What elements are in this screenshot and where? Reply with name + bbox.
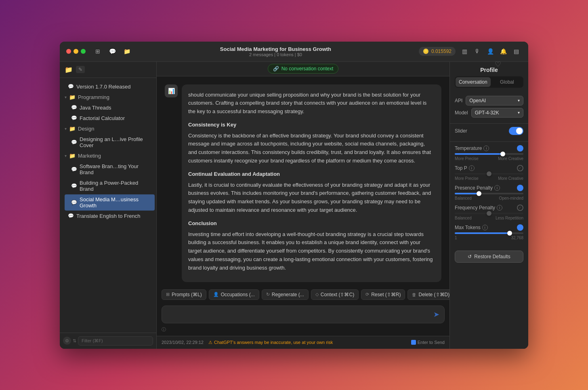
sidebar-item-factorial[interactable]: 💬 Factorial Calculator [65, 113, 155, 123]
context-button[interactable]: ◇ Context (⇧⌘C) [311, 289, 359, 300]
tab-conversation[interactable]: Conversation [456, 77, 491, 87]
layout-icon[interactable]: ▤ [510, 46, 522, 57]
presence-penalty-info-icon[interactable]: i [494, 185, 500, 191]
sidebar: 📁 ✎ 💬 Version 1.7.0 Released ▾ 📁 Program… [60, 62, 157, 349]
sort-icon[interactable]: ⇅ [73, 338, 76, 344]
input-meta: ⓘ [157, 325, 449, 336]
sidebar-section-marketing[interactable]: ▾ 📁 Marketing [61, 151, 155, 161]
top-p-info-icon[interactable]: i [469, 165, 475, 171]
top-p-thumb[interactable] [487, 171, 491, 176]
settings-icon[interactable]: ⚙ [63, 337, 71, 345]
maximize-button[interactable] [81, 49, 86, 54]
chat-bubble-icon: 💬 [68, 84, 74, 89]
frequency-thumb[interactable] [487, 211, 491, 216]
bell-icon[interactable]: 🔔 [498, 46, 509, 57]
profile-panel: Profile Conversation Global API OpenAI ▾… [449, 62, 528, 349]
chat-social-icon: 💬 [71, 200, 77, 205]
titlebar: ⊞ 💬 📁 Social Media Marketing for Busines… [60, 42, 528, 62]
occupations-icon: 👤 [213, 292, 219, 297]
max-tokens-active-indicator [517, 224, 523, 231]
tab-global[interactable]: Global [491, 77, 523, 87]
temperature-track[interactable] [455, 153, 523, 155]
max-tokens-text: Max Tokens [455, 225, 481, 230]
sidebar-item-profile-cover[interactable]: 💬 Designing an L…ive Profile Cover [65, 134, 155, 150]
chat-icon[interactable]: 💬 [107, 46, 118, 57]
folder-icon[interactable]: 📁 [121, 46, 132, 57]
sidebar-edit-icon[interactable]: ✎ [76, 66, 85, 73]
chat-messages: 📊 should communicate your unique selling… [157, 76, 449, 287]
temperature-thumb[interactable] [500, 152, 505, 156]
info-icon: ⓘ [162, 327, 166, 333]
api-dropdown[interactable]: OpenAI ▾ [466, 96, 523, 105]
sidebar-item-version[interactable]: 💬 Version 1.7.0 Released [61, 82, 155, 92]
restore-defaults-button[interactable]: ↺ Restore Defaults [455, 251, 523, 263]
max-tokens-slider-row: Max Tokens i 1 32,768 [455, 224, 523, 240]
heading-3: Conclusion [188, 219, 435, 228]
slider-toggle[interactable] [509, 127, 523, 135]
chat-header: 🔗 No conversation context ♡ [157, 62, 449, 76]
marketing-label: Marketing [78, 153, 101, 159]
close-button[interactable] [66, 49, 71, 54]
sliders-section: Temperature i More Precise More Creative [450, 141, 528, 247]
folder-design-icon: 📁 [69, 126, 76, 132]
warning-label: ChatGPT's answers may be inaccurate, use… [214, 340, 333, 345]
sidebar-item-social-media[interactable]: 💬 Social Media M…usiness Growth [65, 194, 155, 211]
occupations-button[interactable]: 👤 Occupations (... [209, 289, 259, 300]
frequency-track[interactable] [455, 213, 523, 214]
paragraph-3: Investing time and effort into developin… [188, 230, 435, 272]
model-dropdown[interactable]: GPT-4-32K ▾ [471, 108, 523, 118]
presence-fill [455, 193, 479, 194]
sidebar-item-java-threads[interactable]: 💬 Java Threads [65, 103, 155, 113]
sidebar-item-translate[interactable]: 💬 Translate English to French [61, 211, 155, 221]
api-value: OpenAI [469, 98, 486, 103]
sidebar-top: 📁 ✎ [60, 62, 156, 78]
no-context-label: No conversation context [281, 66, 334, 72]
max-tokens-info-icon[interactable]: i [482, 225, 488, 230]
toolbar-row: ⊞ Prompts (⌘L) 👤 Occupations (... ↻ Rege… [157, 287, 449, 302]
model-value: GPT-4-32K [475, 110, 499, 116]
sidebar-section-design[interactable]: ▾ 📁 Design [61, 124, 155, 134]
sidebar-toggle-icon[interactable]: ⊞ [92, 46, 103, 57]
regenerate-button[interactable]: ↻ Regenerate (... [262, 289, 309, 300]
presence-thumb[interactable] [477, 191, 481, 196]
sidebar-section-programming[interactable]: ▾ 📁 Programming [61, 92, 155, 102]
enter-send-label: Enter to Send [418, 340, 445, 345]
version-label: Version 1.7.0 Released [76, 84, 130, 90]
frequency-penalty-label-row: Frequency Penalty i ✓ [455, 204, 523, 211]
send-button[interactable]: ➤ [433, 310, 439, 319]
user-icon[interactable]: 👤 [485, 46, 496, 57]
cost-value: 0.015592 [431, 48, 452, 54]
reset-button[interactable]: ⟳ Reset (⇧⌘R) [361, 289, 405, 300]
temperature-info-icon[interactable]: i [483, 145, 489, 151]
context-label: Context (⇧⌘C) [321, 292, 354, 297]
max-tokens-thumb[interactable] [507, 231, 512, 236]
no-context-badge: 🔗 No conversation context [268, 64, 339, 74]
max-tokens-track[interactable] [455, 232, 523, 234]
cost-badge: 🪙 0.015592 [419, 47, 456, 56]
minimize-button[interactable] [74, 49, 78, 54]
warning-text: ⚠ ChatGPT's answers may be inaccurate, u… [208, 340, 333, 345]
panel-icon[interactable]: ▥ [459, 46, 470, 57]
design-label: Design [78, 126, 94, 132]
prompts-button[interactable]: ⊞ Prompts (⌘L) [162, 289, 206, 300]
temperature-text: Temperature [455, 145, 482, 151]
translate-label: Translate English to French [76, 213, 140, 219]
top-p-track[interactable] [455, 173, 523, 175]
delete-button[interactable]: 🗑 Delete (⇧⌘D) [407, 289, 449, 300]
frequency-penalty-label: Frequency Penalty i [455, 205, 502, 211]
message-bubble: should communicate your unique selling p… [182, 84, 441, 282]
top-p-left-label: More Precise [455, 176, 479, 181]
presence-penalty-label: Presence Penalty i [455, 185, 500, 191]
frequency-penalty-info-icon[interactable]: i [497, 205, 502, 211]
sidebar-item-power-packed[interactable]: 💬 Building a Power-Packed Brand [65, 178, 155, 194]
max-tokens-meta: 1 32,768 [455, 236, 523, 240]
chat-input[interactable] [167, 310, 430, 318]
voice-icon[interactable]: 🎙 [472, 46, 483, 57]
api-model-section: API OpenAI ▾ Model GPT-4-32K ▾ [450, 93, 528, 123]
main-chat: 🔗 No conversation context ♡ 📊 should com… [157, 62, 449, 349]
presence-track[interactable] [455, 193, 523, 194]
enter-send-checkbox[interactable] [411, 340, 416, 345]
filter-input[interactable]: Filter (⌘F) [78, 336, 153, 346]
sidebar-item-software-brand[interactable]: 💬 Software Bran…ting Your Brand [65, 161, 155, 177]
status-bar: 2023/10/02, 22:29:12 ⚠ ChatGPT's answers… [157, 336, 449, 349]
